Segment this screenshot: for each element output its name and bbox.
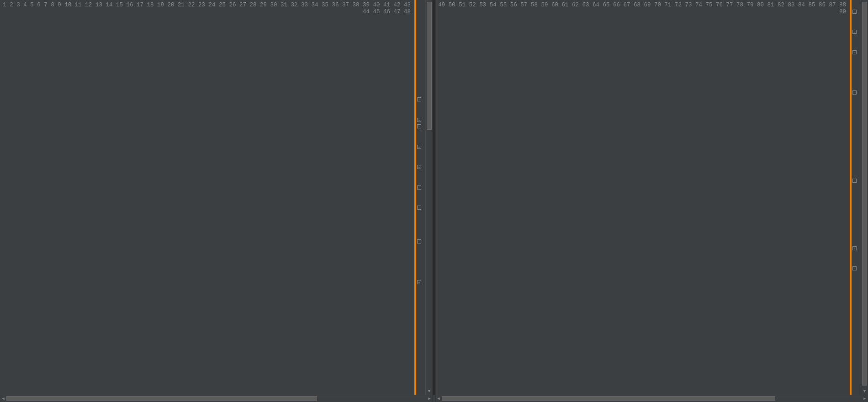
fold-toggle-icon[interactable]: -	[852, 50, 857, 54]
right-editor[interactable]: 49 50 51 52 53 54 55 56 57 58 59 60 61 6…	[435, 0, 868, 395]
scrollbar-thumb[interactable]	[427, 2, 432, 130]
fold-toggle-icon[interactable]: -	[417, 97, 421, 101]
hscrollbar-thumb[interactable]	[6, 396, 317, 401]
fold-toggle-icon[interactable]: -	[852, 246, 857, 250]
fold-toggle-icon[interactable]: -	[417, 206, 421, 210]
left-editor[interactable]: 1 2 3 4 5 6 7 8 9 10 11 12 13 14 15 16 1…	[0, 0, 433, 395]
right-pane: 49 50 51 52 53 54 55 56 57 58 59 60 61 6…	[435, 0, 868, 402]
left-pane: 1 2 3 4 5 6 7 8 9 10 11 12 13 14 15 16 1…	[0, 0, 433, 402]
fold-toggle-icon[interactable]: -	[417, 280, 421, 284]
scroll-down-arrow[interactable]: ▼	[426, 388, 433, 395]
scroll-right-arrow[interactable]: ▶	[426, 395, 433, 402]
fold-toggle-icon[interactable]: -	[417, 185, 421, 190]
fold-toggle-icon[interactable]: -	[852, 266, 857, 270]
vertical-scrollbar[interactable]: ▲ ▼	[861, 0, 868, 395]
fold-toggle-icon[interactable]: -	[417, 118, 421, 122]
fold-toggle-icon[interactable]: -	[417, 239, 421, 243]
fold-toggle-icon[interactable]: -	[417, 124, 421, 128]
scroll-left-arrow[interactable]: ◀	[0, 395, 6, 402]
scroll-left-arrow[interactable]: ◀	[435, 395, 442, 402]
fold-toggle-icon[interactable]: -	[417, 145, 421, 149]
scroll-down-arrow[interactable]: ▼	[861, 388, 868, 395]
fold-toggle-icon[interactable]: -	[852, 10, 857, 14]
fold-toggle-icon[interactable]: -	[852, 30, 857, 34]
fold-gutter[interactable]: ---------	[416, 0, 423, 395]
vertical-scrollbar[interactable]: ▲ ▼	[425, 0, 433, 395]
hscrollbar-thumb[interactable]	[442, 396, 775, 401]
line-number-gutter: 1 2 3 4 5 6 7 8 9 10 11 12 13 14 15 16 1…	[0, 0, 414, 395]
fold-toggle-icon[interactable]: -	[852, 90, 857, 95]
horizontal-scrollbar[interactable]: ◀ ▶	[435, 395, 868, 402]
scroll-right-arrow[interactable]: ▶	[862, 395, 868, 402]
horizontal-scrollbar[interactable]: ◀ ▶	[0, 395, 433, 402]
scrollbar-thumb[interactable]	[862, 2, 867, 386]
fold-gutter[interactable]: -------	[852, 0, 858, 395]
split-editor: 1 2 3 4 5 6 7 8 9 10 11 12 13 14 15 16 1…	[0, 0, 868, 402]
fold-toggle-icon[interactable]: -	[417, 165, 421, 169]
line-number-gutter: 49 50 51 52 53 54 55 56 57 58 59 60 61 6…	[435, 0, 850, 395]
fold-toggle-icon[interactable]: -	[852, 179, 857, 183]
